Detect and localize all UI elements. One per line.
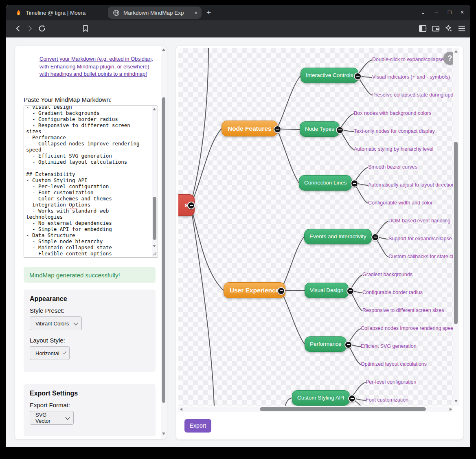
scroll-down-arrow[interactable] [153,245,156,247]
tab-mindmap[interactable]: Markdown MindMap Exp × [108,7,202,19]
scroll-left-arrow[interactable] [180,408,182,411]
tab-search-chevron-icon[interactable]: ⌄ [421,9,426,15]
mindmap-leaf[interactable]: Text-only nodes for compact display [354,128,435,134]
export-settings-section: Export Settings Export Format: SVG Vecto… [24,384,156,436]
chevron-down-icon [66,415,70,419]
mindmap-leaf[interactable]: Configurable width and color [368,200,432,206]
collapse-indicator[interactable] [277,287,285,295]
tab-close-icon[interactable]: × [194,10,197,16]
mindmap-leaf[interactable]: Automatically adjust to layout direction [368,182,453,188]
screen: Timeline @ tigra | Moera Markdown MindMa… [0,0,476,459]
collapse-indicator[interactable] [348,395,356,402]
mindmap-leaf[interactable]: Configurable border radius [362,290,423,295]
markdown-textarea[interactable]: - Visual Design - Gradient backgrounds -… [24,105,158,258]
mindmap-connectors [178,48,453,406]
appearance-title: Appearance [30,295,67,303]
scroll-up-arrow[interactable] [162,48,165,51]
mindmap-hscrollbar-thumb[interactable] [260,407,426,411]
mindmap-node-level2[interactable]: Events and Interactivity [304,229,372,244]
export-settings-title: Export Settings [30,390,78,397]
mindmap-vscrollbar[interactable] [453,48,459,406]
mindmap-leaf[interactable]: Visual indicators (+ and - symbols) [372,74,450,80]
layout-style-select[interactable]: Horizontal [30,346,70,360]
mindmap-node-level2[interactable]: Interactive Controls [301,68,358,83]
mindmap-leaf[interactable]: Box nodes with background colors [354,110,431,116]
reload-icon[interactable] [37,24,47,33]
sidebar-toggle-icon[interactable] [418,24,427,33]
resize-grip-icon[interactable] [152,251,157,256]
mindmap-leaf[interactable]: Custom callbacks for state changes [388,254,453,259]
scroll-down-arrow[interactable] [454,400,458,402]
bookmark-icon[interactable] [81,24,90,33]
mindmap-node-level2[interactable]: Visual Design [305,283,349,298]
mindmap-leaf[interactable]: Preserve collapsed state during updates [372,92,453,98]
mindmap-node-level1[interactable]: User Experience [224,282,285,298]
wallet-icon[interactable] [431,24,440,33]
maximize-button[interactable]: □ [448,9,451,15]
collapse-indicator[interactable] [344,341,352,349]
collapse-indicator[interactable] [351,180,358,187]
tab-moera[interactable]: Timeline @ tigra | Moera [10,7,100,19]
mindmap-leaf[interactable]: Efficient SVG generation [361,343,417,349]
tab-mindmap-title: Markdown MindMap Exp [123,10,184,16]
chevron-down-icon [73,321,78,325]
back-icon[interactable] [13,24,23,33]
menu-hamburger-icon[interactable] [457,24,466,33]
textarea-scrollbar-thumb[interactable] [153,197,156,240]
mindmap-leaf[interactable]: Support for expand/collapse all [388,236,453,242]
close-button[interactable]: × [461,9,464,15]
export-button[interactable]: Export [184,419,211,433]
moera-flame-icon [15,9,22,16]
browser-window: Timeline @ tigra | Moera Markdown MindMa… [6,5,470,447]
mindmap-hscrollbar[interactable] [178,406,453,412]
globe-icon [113,9,120,16]
mindmap-leaf[interactable]: DOM-based event handling [388,218,450,224]
collapse-indicator[interactable] [274,125,281,133]
appearance-section: Appearance Style Preset: Vibrant Colors … [24,290,156,372]
mindmap-node-level2[interactable]: Custom Styling API [292,390,350,406]
collapse-indicator[interactable] [354,72,362,80]
layout-style-label: Layout Style: [30,337,65,344]
new-tab-button[interactable]: + [206,9,211,16]
mindmap-leaf[interactable]: Per-level configuration [366,379,416,385]
textarea-scrollbar[interactable] [152,106,157,257]
scroll-up-arrow[interactable] [454,50,458,53]
nav-toolbar: tigra.github.io/simple-mindmap-exporter.… [6,20,470,37]
forward-icon[interactable] [25,24,35,33]
mindmap-leaf[interactable]: Optimized layout calculations [361,361,427,367]
mindmap-leaf[interactable]: Font customization [366,397,408,403]
scroll-up-arrow[interactable] [153,108,156,110]
mindmap-leaf[interactable]: Automatic styling by hierarchy level [354,146,433,152]
layout-style-value: Horizontal [35,350,59,356]
mindmap-viewport[interactable]: s Node Features User Experience Interact… [178,48,453,406]
sidebar-scrollbar-thumb[interactable] [162,97,165,403]
mindmap-node-level2[interactable]: Connection Lines [299,175,352,191]
controls-panel: Convert your Markdown (e.g. edited in Ob… [15,46,167,439]
tab-moera-title: Timeline @ tigra | Moera [26,10,86,16]
minimize-button[interactable]: – [435,9,438,15]
mindmap-leaf[interactable]: Smooth bezier curves [368,164,417,170]
intro-link[interactable]: Convert your Markdown (e.g. edited in Ob… [39,55,154,78]
collapse-indicator[interactable] [371,233,379,241]
mindmap-leaf[interactable]: Double-click to expand/collapse [372,57,444,62]
mindmap-leaf[interactable]: Collapsed nodes improve rendering speed [361,325,453,331]
mindmap-leaf[interactable]: Responsive to different screen sizes [362,307,444,313]
mindmap-panel: s Node Features User Experience Interact… [176,46,463,440]
collapse-indicator[interactable] [336,126,344,134]
spellcheck-squiggle: SVG [68,202,78,209]
mindmap-node-level1[interactable]: Node Features [222,121,278,136]
export-format-label: Export Format: [30,402,70,408]
mindmap-node-level2[interactable]: Node Types [300,121,340,137]
mindmap-vscrollbar-thumb[interactable] [454,142,458,324]
export-format-select[interactable]: SVG Vector [30,411,74,425]
sidebar-scrollbar[interactable] [161,46,166,439]
scroll-right-arrow[interactable] [450,408,452,411]
mindmap-leaf[interactable]: Gradient backgrounds [362,272,412,277]
collapse-indicator[interactable] [347,287,354,295]
scroll-down-arrow[interactable] [162,433,165,435]
page-content: Convert your Markdown (e.g. edited in Ob… [6,37,470,447]
mindmap-node-level2[interactable]: Performance [305,336,347,352]
collapse-indicator[interactable] [187,202,195,209]
style-preset-select[interactable]: Vibrant Colors [30,316,82,330]
leo-ai-sparkle-icon[interactable] [444,24,453,33]
